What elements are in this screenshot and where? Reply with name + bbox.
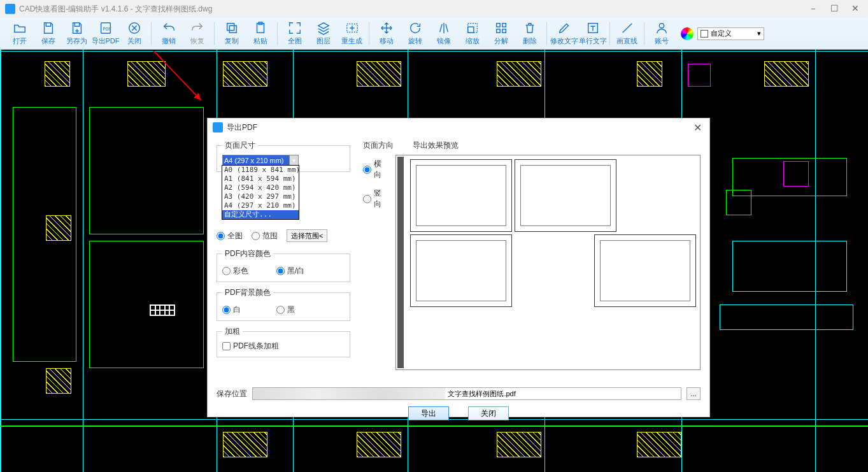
redo-button[interactable]: 恢复 (183, 21, 211, 46)
browse-button[interactable]: … (687, 387, 701, 400)
dialog-titlebar: 导出PDF ✕ (208, 118, 709, 136)
page-size-dropdown: A0 (1189 x 841 mm) A1 (841 x 594 mm) A2 … (222, 165, 299, 220)
account-button[interactable]: 账号 (647, 21, 676, 46)
save-location-row: 保存位置 … (208, 385, 709, 403)
thick-lines-checkbox[interactable]: PDF线条加粗 (222, 341, 345, 352)
svg-rect-11 (502, 24, 506, 27)
layer-dropdown[interactable]: 自定义▾ (697, 27, 764, 40)
scale-button[interactable]: 缩放 (458, 21, 487, 46)
maximize-button[interactable]: ☐ (830, 3, 839, 15)
full-view-button[interactable]: 全图 (280, 21, 309, 46)
minimize-button[interactable]: － (809, 3, 818, 15)
undo-button[interactable]: 撤销 (154, 21, 183, 46)
save-button[interactable]: 保存 (34, 21, 62, 46)
svg-rect-10 (496, 24, 500, 27)
single-text-button[interactable]: 单行文字 (578, 21, 607, 46)
preview-page (410, 234, 512, 307)
mirror-button[interactable]: 镜像 (429, 21, 458, 46)
orientation-label: 页面方向 (363, 140, 394, 151)
export-button[interactable]: 导出 (408, 406, 449, 420)
paste-button[interactable]: 粘贴 (246, 21, 274, 46)
draw-line-button[interactable]: 画直线 (613, 21, 641, 46)
dialog-close-button2[interactable]: 关闭 (468, 406, 509, 420)
save-filename-input[interactable] (445, 388, 681, 399)
page-size-option[interactable]: A0 (1189 x 841 mm) (222, 166, 299, 175)
orientation-group: 横向 竖向 (363, 159, 385, 370)
dialog-title-text: 导出PDF (227, 122, 257, 133)
svg-rect-3 (229, 25, 236, 32)
landscape-radio[interactable]: 横向 (363, 159, 385, 180)
main-toolbar: 打开 保存 另存为 PDF导出PDF 关闭 撤销 恢复 复制 粘贴 全图 图层 … (0, 18, 868, 50)
preview-page (594, 234, 696, 307)
svg-rect-12 (496, 29, 500, 33)
page-size-option[interactable]: 自定义尺寸... (222, 210, 299, 219)
color-wheel-icon[interactable] (681, 27, 694, 40)
pick-range-button[interactable]: 选择范围< (287, 229, 327, 242)
preview-scrollbar[interactable] (397, 157, 404, 368)
page-size-option[interactable]: A2 (594 x 420 mm) (222, 183, 299, 192)
export-pdf-dialog: 导出PDF ✕ 页面尺寸 A4 (297 x 210 mm) ▼ A0 (118… (207, 118, 710, 417)
open-button[interactable]: 打开 (5, 21, 34, 46)
saveas-button[interactable]: 另存为 (62, 21, 91, 46)
preview-panel (395, 155, 701, 370)
content-color-group: PDF内容颜色 彩色 黑/白 (217, 248, 350, 282)
window-titlebar: CAD快速看图-编辑助手 v1.4.1.6 - 文字查找样例图纸.dwg － ☐… (0, 0, 868, 18)
export-pdf-button[interactable]: PDF导出PDF (91, 21, 120, 46)
export-scope-row: 全图 范围 选择范围< (217, 229, 350, 242)
bold-group: 加粗 PDF线条加粗 (217, 326, 350, 357)
app-icon (5, 4, 15, 14)
close-file-button[interactable]: 关闭 (120, 21, 148, 46)
svg-rect-13 (502, 29, 506, 33)
svg-rect-4 (227, 24, 234, 31)
scope-range-radio[interactable]: 范围 (252, 231, 278, 241)
svg-rect-9 (467, 24, 477, 33)
svg-rect-8 (467, 27, 473, 32)
window-title: CAD快速看图-编辑助手 v1.4.1.6 - 文字查找样例图纸.dwg (19, 4, 212, 15)
svg-text:PDF: PDF (103, 27, 111, 31)
save-label: 保存位置 (217, 389, 247, 399)
color-color-radio[interactable]: 彩色 (222, 266, 248, 276)
save-path-blurred (253, 388, 445, 399)
dialog-icon (213, 122, 223, 132)
preview-page (515, 159, 616, 232)
scope-all-radio[interactable]: 全图 (217, 231, 243, 241)
copy-button[interactable]: 复制 (217, 21, 246, 46)
close-button[interactable]: ✕ (851, 3, 859, 15)
page-size-option[interactable]: A1 (841 x 594 mm) (222, 175, 299, 183)
dialog-close-button[interactable]: ✕ (691, 122, 704, 134)
explode-button[interactable]: 分解 (487, 21, 515, 46)
page-size-option[interactable]: A3 (420 x 297 mm) (222, 192, 299, 201)
color-bw-radio[interactable]: 黑/白 (276, 266, 304, 276)
edit-text-button[interactable]: 修改文字 (550, 21, 578, 46)
svg-point-15 (659, 24, 664, 28)
chevron-down-icon: ▼ (289, 155, 298, 166)
bg-white-radio[interactable]: 白 (222, 304, 241, 315)
portrait-radio[interactable]: 竖向 (363, 188, 385, 210)
rotate-button[interactable]: 旋转 (401, 21, 429, 46)
layer-button[interactable]: 图层 (309, 21, 338, 46)
preview-page (410, 159, 512, 232)
page-size-group: 页面尺寸 A4 (297 x 210 mm) ▼ A0 (1189 x 841 … (217, 140, 350, 172)
preview-label: 导出效果预览 (413, 140, 459, 151)
move-button[interactable]: 移动 (372, 21, 401, 46)
page-size-option[interactable]: A4 (297 x 210 mm) (222, 201, 299, 210)
delete-button[interactable]: 删除 (515, 21, 544, 46)
bg-color-group: PDF背景颜色 白 黑 (217, 287, 350, 321)
bg-black-radio[interactable]: 黑 (276, 304, 295, 315)
regen-button[interactable]: 重生成 (338, 21, 366, 46)
